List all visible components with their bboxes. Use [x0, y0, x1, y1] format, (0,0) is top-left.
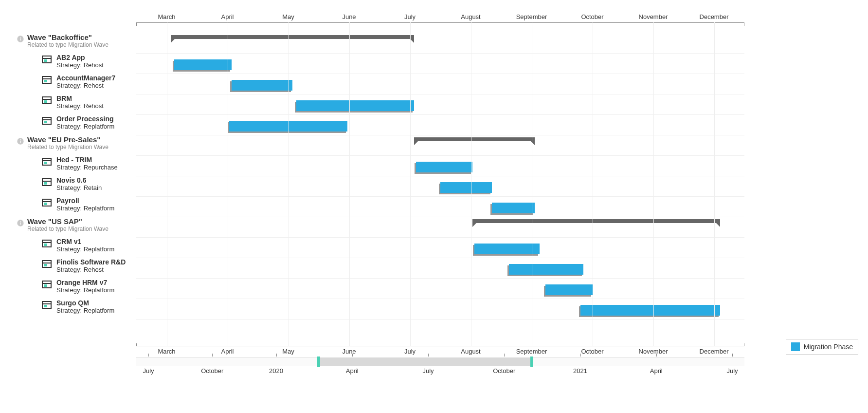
item-label: Surgo QMStrategy: Replatform — [0, 299, 136, 319]
item-title: Payroll — [56, 197, 136, 205]
wave-header: Wave "Backoffice"Related to type Migrati… — [0, 33, 136, 54]
wave-title: Wave "Backoffice" — [27, 33, 136, 41]
item-label: Novis 0.6Strategy: Retain — [0, 176, 136, 197]
overview-label: 2021 — [573, 367, 587, 375]
wave-span — [472, 219, 720, 223]
migration-phase-bar[interactable] — [174, 59, 232, 70]
svg-rect-4 — [20, 141, 20, 143]
app-icon — [42, 199, 52, 206]
month-label: November — [639, 13, 668, 20]
migration-phase-bar[interactable] — [545, 284, 592, 295]
item-title: Hed - TRIM — [56, 156, 136, 164]
overview-label: July — [422, 367, 434, 375]
app-icon — [42, 158, 52, 166]
item-label: Finolis Software R&DStrategy: Rehost — [0, 258, 136, 279]
migration-phase-bar[interactable] — [296, 100, 415, 111]
overview-label: April — [346, 367, 359, 375]
app-icon — [42, 240, 52, 247]
item-label: AB2 AppStrategy: Rehost — [0, 54, 136, 74]
overview-scroller[interactable]: JulyOctober2020AprilJulyOctober2021April… — [136, 354, 744, 369]
item-strategy: Strategy: Rehost — [56, 82, 136, 89]
month-label: May — [282, 13, 294, 20]
item-strategy: Strategy: Replatform — [56, 123, 136, 130]
app-icon — [42, 301, 52, 309]
gantt-chart: Wave "Backoffice"Related to type Migrati… — [0, 0, 868, 413]
wave-subtitle: Related to type Migration Wave — [27, 144, 136, 150]
migration-phase-bar[interactable] — [440, 182, 492, 193]
item-label: Hed - TRIMStrategy: Repurchase — [0, 156, 136, 176]
wave-title: Wave "US SAP" — [27, 217, 136, 225]
item-label: Orange HRM v7Strategy: Replatform — [0, 279, 136, 299]
legend-label: Migration Phase — [804, 343, 853, 351]
migration-phase-bar[interactable] — [509, 264, 583, 275]
migration-phase-bar[interactable] — [416, 162, 472, 172]
svg-rect-2 — [20, 37, 20, 38]
item-strategy: Strategy: Replatform — [56, 286, 136, 294]
overview-selection[interactable] — [319, 357, 532, 366]
item-label: AccountManager7Strategy: Rehost — [0, 74, 136, 94]
svg-rect-8 — [20, 221, 20, 222]
item-strategy: Strategy: Retain — [56, 184, 136, 191]
svg-rect-5 — [20, 139, 20, 140]
item-label: Order ProcessingStrategy: Replatform — [0, 115, 136, 135]
wave-title: Wave "EU Pre-Sales" — [27, 135, 136, 144]
wave-span — [414, 137, 535, 141]
month-label: April — [221, 13, 234, 20]
migration-phase-bar[interactable] — [474, 244, 540, 254]
overview-label: April — [650, 367, 663, 375]
legend-swatch — [791, 342, 800, 351]
month-label: October — [581, 13, 603, 20]
item-strategy: Strategy: Replatform — [56, 205, 136, 212]
month-label: June — [342, 13, 356, 20]
item-label: PayrollStrategy: Replatform — [0, 197, 136, 217]
wave-span — [171, 35, 414, 39]
item-title: CRM v1 — [56, 238, 136, 245]
item-title: Surgo QM — [56, 299, 136, 307]
bottom-axis-line — [136, 346, 744, 346]
app-icon — [42, 178, 52, 186]
migration-phase-bar[interactable] — [492, 203, 535, 213]
item-title: AccountManager7 — [56, 74, 136, 82]
wave-subtitle: Related to type Migration Wave — [27, 225, 136, 232]
month-label: March — [158, 13, 175, 20]
item-title: Novis 0.6 — [56, 176, 136, 184]
overview-handle-left[interactable] — [317, 357, 320, 367]
item-title: Order Processing — [56, 115, 136, 123]
wave-header: Wave "EU Pre-Sales"Related to type Migra… — [0, 135, 136, 156]
plot-area: MarchAprilMayJuneJulyAugustSeptemberOcto… — [136, 16, 744, 327]
migration-phase-bar[interactable] — [232, 80, 292, 91]
item-label: CRM v1Strategy: Replatform — [0, 238, 136, 258]
migration-phase-bar[interactable] — [580, 305, 721, 316]
app-icon — [42, 260, 52, 268]
info-icon[interactable] — [17, 35, 24, 43]
app-icon — [42, 76, 52, 84]
item-title: BRM — [56, 94, 136, 102]
overview-label: October — [493, 367, 515, 375]
month-label: September — [516, 13, 547, 20]
app-icon — [42, 281, 52, 288]
overview-label: 2020 — [269, 367, 283, 375]
wave-subtitle: Related to type Migration Wave — [27, 41, 136, 48]
wave-header: Wave "US SAP"Related to type Migration W… — [0, 217, 136, 238]
overview-handle-right[interactable] — [530, 357, 533, 367]
svg-rect-7 — [20, 223, 20, 225]
month-label: July — [404, 13, 416, 20]
item-strategy: Strategy: Replatform — [56, 245, 136, 253]
overview-label: October — [201, 367, 223, 375]
item-strategy: Strategy: Replatform — [56, 307, 136, 314]
month-label: August — [461, 13, 480, 20]
item-strategy: Strategy: Rehost — [56, 61, 136, 69]
overview-label: July — [726, 367, 738, 375]
item-label: BRMStrategy: Rehost — [0, 94, 136, 115]
app-icon — [42, 117, 52, 125]
info-icon[interactable] — [17, 219, 24, 227]
item-title: Finolis Software R&D — [56, 258, 136, 266]
info-icon[interactable] — [17, 137, 24, 145]
item-strategy: Strategy: Rehost — [56, 102, 136, 110]
item-title: Orange HRM v7 — [56, 279, 136, 286]
item-strategy: Strategy: Rehost — [56, 266, 136, 273]
overview-label: July — [143, 367, 154, 375]
legend: Migration Phase — [786, 339, 858, 355]
app-icon — [42, 56, 52, 63]
month-label: December — [700, 13, 729, 20]
